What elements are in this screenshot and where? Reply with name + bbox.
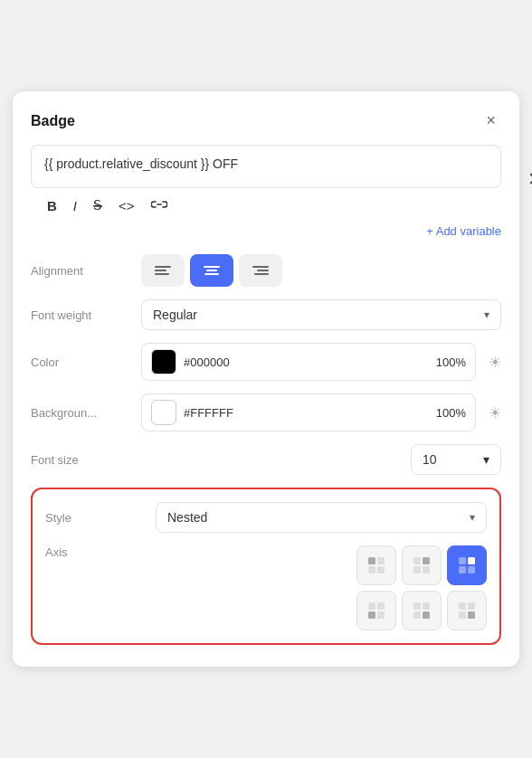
font-size-label: Font size <box>31 453 130 467</box>
align-left-button[interactable] <box>141 254 185 287</box>
color-control: #000000 100% ☀ <box>141 343 501 381</box>
svg-rect-29 <box>459 602 466 610</box>
color-opacity: 100% <box>425 355 466 369</box>
font-size-dropdown[interactable]: 10 ▾ <box>411 444 501 475</box>
color-label: Color <box>31 355 130 369</box>
axis-bottom-right[interactable] <box>447 591 487 630</box>
background-opacity: 100% <box>425 406 466 420</box>
svg-rect-22 <box>377 602 385 610</box>
svg-rect-32 <box>468 611 475 619</box>
svg-rect-19 <box>459 566 466 573</box>
background-container[interactable]: #FFFFFF 100% <box>141 393 476 431</box>
align-right-button[interactable] <box>239 254 282 287</box>
color-container[interactable]: #000000 100% <box>141 343 476 381</box>
panel-header: Badge × <box>31 109 501 132</box>
italic-button[interactable]: I <box>70 196 81 215</box>
color-row: Color #000000 100% ☀ <box>31 343 501 381</box>
align-center-button[interactable] <box>190 254 233 287</box>
background-row: Backgroun... #FFFFFF 100% ☀ <box>31 393 501 431</box>
font-weight-row: Font weight Regular ▾ <box>31 299 501 330</box>
font-size-chevron: ▾ <box>483 452 489 467</box>
font-size-value: 10 <box>423 452 437 467</box>
editor-content: {{ product.relative_discount }} OFF <box>44 156 238 171</box>
svg-rect-30 <box>468 602 475 610</box>
background-sun-icon[interactable]: ☀ <box>489 404 501 422</box>
font-weight-control: Regular ▾ <box>141 299 501 330</box>
svg-rect-20 <box>468 566 475 573</box>
svg-rect-14 <box>423 557 430 564</box>
svg-rect-18 <box>468 557 475 564</box>
svg-rect-27 <box>413 611 421 619</box>
svg-rect-9 <box>368 557 375 564</box>
axis-control <box>156 545 487 630</box>
font-weight-value: Regular <box>153 308 197 322</box>
axis-bottom-center[interactable] <box>402 591 442 630</box>
axis-label: Axis <box>45 545 145 559</box>
alignment-group <box>141 254 282 287</box>
background-label: Backgroun... <box>31 406 130 420</box>
style-row: Style Nested ▾ <box>45 502 487 533</box>
color-hex: #000000 <box>184 355 418 369</box>
text-editor[interactable]: {{ product.relative_discount }} OFF <box>31 145 501 188</box>
svg-rect-15 <box>413 566 421 573</box>
font-size-control: 10 ▾ <box>141 444 501 475</box>
svg-rect-26 <box>423 602 430 610</box>
add-variable-row: + Add variable <box>31 224 501 238</box>
svg-rect-21 <box>368 602 375 610</box>
alignment-row: Alignment <box>31 254 501 287</box>
close-button[interactable]: × <box>480 109 501 132</box>
bold-button[interactable]: B <box>43 196 61 215</box>
svg-rect-25 <box>413 602 421 610</box>
code-button[interactable]: <> <box>115 196 138 215</box>
add-variable-button[interactable]: + Add variable <box>426 224 501 238</box>
alignment-label: Alignment <box>31 264 130 278</box>
color-sun-icon[interactable]: ☀ <box>489 354 501 371</box>
side-a-label: A <box>526 173 532 185</box>
svg-rect-17 <box>459 557 466 564</box>
svg-rect-24 <box>377 611 385 619</box>
font-weight-chevron: ▾ <box>484 308 489 321</box>
svg-rect-11 <box>368 566 375 573</box>
highlighted-section: Style Nested ▾ Axis <box>31 488 501 645</box>
text-toolbar: B I S̶ <> <box>31 190 501 224</box>
font-weight-dropdown[interactable]: Regular ▾ <box>141 299 501 330</box>
svg-rect-10 <box>377 557 385 564</box>
color-swatch[interactable] <box>151 349 176 374</box>
axis-top-right[interactable] <box>447 545 487 585</box>
svg-rect-13 <box>413 557 421 564</box>
alignment-control <box>141 254 501 287</box>
axis-grid <box>356 545 487 630</box>
svg-rect-31 <box>459 611 466 619</box>
style-control: Nested ▾ <box>156 502 487 533</box>
svg-rect-16 <box>423 566 430 573</box>
background-swatch[interactable] <box>151 400 176 425</box>
background-hex: #FFFFFF <box>184 406 418 420</box>
axis-top-center[interactable] <box>402 545 442 585</box>
style-dropdown[interactable]: Nested ▾ <box>156 502 487 533</box>
svg-rect-23 <box>368 611 375 619</box>
axis-bottom-left[interactable] <box>356 591 396 630</box>
font-weight-label: Font weight <box>31 308 130 322</box>
panel-title: Badge <box>31 113 75 129</box>
style-chevron: ▾ <box>470 511 475 524</box>
font-size-row: Font size 10 ▾ <box>31 444 501 475</box>
link-button[interactable] <box>147 196 171 215</box>
style-value: Nested <box>167 510 207 525</box>
axis-row: Axis <box>45 545 487 630</box>
style-label: Style <box>45 511 145 525</box>
svg-rect-28 <box>423 611 430 619</box>
axis-top-left[interactable] <box>356 545 396 585</box>
svg-rect-12 <box>377 566 385 573</box>
background-control: #FFFFFF 100% ☀ <box>141 393 501 431</box>
strikethrough-button[interactable]: S̶ <box>90 195 106 215</box>
